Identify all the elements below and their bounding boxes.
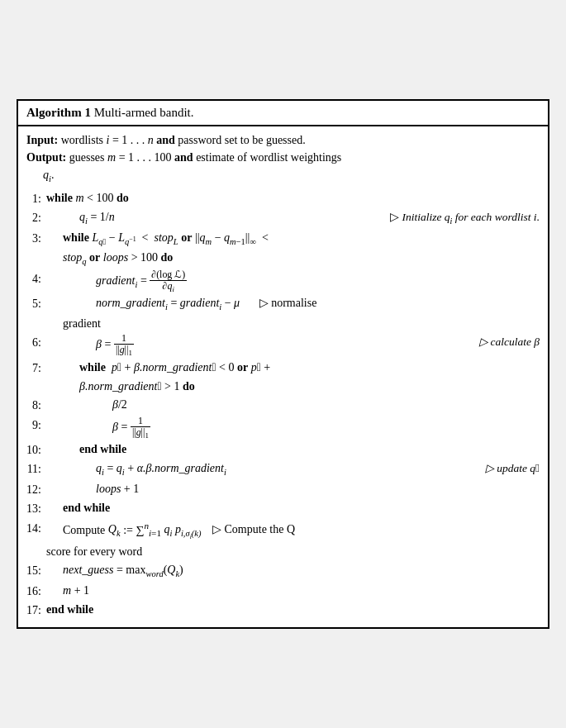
line-content-15: next_guess = maxword(Qk) xyxy=(46,561,540,582)
output-continuation: qi. xyxy=(26,166,540,186)
line-num-5b xyxy=(26,315,46,316)
line-num-16: 16: xyxy=(26,582,46,601)
line-num-14b xyxy=(26,543,46,544)
line-num-14: 14: xyxy=(26,519,46,538)
line-7: 7: while p⃗ + β.norm_gradient⃗ < 0 or p⃗… xyxy=(26,359,540,378)
line-16: 16: m + 1 xyxy=(26,582,540,601)
line-3: 3: while Lq⃗ − Lq−1 < stopL or ||qm − qm… xyxy=(26,229,540,250)
algorithm-header: Algorithm 1 Multi-armed bandit. xyxy=(18,101,548,126)
line-content-14: Compute Qk := ∑ni=1 qi pi,σi(k) ▷ Comput… xyxy=(46,519,540,543)
line-content-14b: score for every word xyxy=(46,543,540,561)
line-num-10: 10: xyxy=(26,440,46,459)
line-12: 12: loops + 1 xyxy=(26,480,540,499)
line-num-13: 13: xyxy=(26,499,46,518)
algorithm-body: Input: wordlists i = 1 . . . n and passw… xyxy=(18,126,548,626)
line-num-12: 12: xyxy=(26,480,46,499)
line-num-17: 17: xyxy=(26,601,46,620)
line-content-4: gradienti = ∂(log ℒ) ∂qi xyxy=(46,269,540,294)
line-content-7: while p⃗ + β.norm_gradient⃗ < 0 or p⃗ + xyxy=(46,359,540,377)
line-content-17: end while xyxy=(46,601,540,619)
line-content-6: β = 1 ||g||1 ▷ calculate β xyxy=(46,333,540,358)
line-5b: gradient xyxy=(26,315,540,333)
fraction-9: 1 ||g||1 xyxy=(131,416,150,440)
line-content-7b: β.norm_gradient⃗ > 1 do xyxy=(46,378,540,396)
input-label: Input: xyxy=(26,134,58,146)
line-num-11: 11: xyxy=(26,459,46,478)
comment-2: ▷ Initialize qi for each wordlist i. xyxy=(390,208,540,228)
line-num-8: 8: xyxy=(26,396,46,415)
line-10: 10: end while xyxy=(26,440,540,459)
line-num-2: 2: xyxy=(26,208,46,227)
line-content-16: m + 1 xyxy=(46,582,540,600)
line-content-11: qi = qi + α.β.norm_gradienti ▷ update q⃗ xyxy=(46,459,540,480)
line-num-1: 1: xyxy=(26,189,46,208)
input-text: wordlists i = 1 . . . n and password set… xyxy=(61,134,306,146)
line-8: 8: β/2 xyxy=(26,396,540,415)
line-num-4: 4: xyxy=(26,269,46,288)
line-13: 13: end while xyxy=(26,499,540,518)
algorithm-box: Algorithm 1 Multi-armed bandit. Input: w… xyxy=(17,99,549,628)
line-2: 2: qi = 1/n ▷ Initialize qi for each wor… xyxy=(26,208,540,229)
algorithm-lines: 1: while m < 100 do 2: qi = 1/n ▷ Initia… xyxy=(26,189,540,621)
line-17: 17: end while xyxy=(26,601,540,620)
line-content-3b: stopq or loops > 100 do xyxy=(46,249,540,269)
line-1: 1: while m < 100 do xyxy=(26,189,540,208)
line-4: 4: gradienti = ∂(log ℒ) ∂qi xyxy=(26,269,540,294)
fraction-6: 1 ||g||1 xyxy=(114,333,134,358)
line-11: 11: qi = qi + α.β.norm_gradienti ▷ updat… xyxy=(26,459,540,480)
algorithm-label: Algorithm 1 xyxy=(26,106,91,119)
line-content-5: norm_gradienti = gradienti − μ ▷ normali… xyxy=(46,294,540,315)
line-content-2: qi = 1/n ▷ Initialize qi for each wordli… xyxy=(46,208,540,229)
line-content-5b: gradient xyxy=(46,315,540,333)
line-5: 5: norm_gradienti = gradienti − μ ▷ norm… xyxy=(26,294,540,315)
line-num-5: 5: xyxy=(26,294,46,313)
line-num-15: 15: xyxy=(26,561,46,580)
line-15: 15: next_guess = maxword(Qk) xyxy=(26,561,540,582)
comment-11: ▷ update q⃗ xyxy=(485,459,540,478)
line-content-3: while Lq⃗ − Lq−1 < stopL or ||qm − qm−1|… xyxy=(46,229,540,250)
output-label: Output: xyxy=(26,151,66,164)
line-14: 14: Compute Qk := ∑ni=1 qi pi,σi(k) ▷ Co… xyxy=(26,519,540,543)
output-line: Output: guesses m = 1 . . . 100 and esti… xyxy=(26,149,540,166)
line-content-10: end while xyxy=(46,440,540,459)
line-9: 9: β = 1 ||g||1 xyxy=(26,416,540,440)
fraction-4: ∂(log ℒ) ∂qi xyxy=(150,269,187,294)
line-num-9: 9: xyxy=(26,416,46,435)
line-num-7b xyxy=(26,378,46,378)
line-num-7: 7: xyxy=(26,359,46,378)
output-text: guesses m = 1 . . . 100 and estimate of … xyxy=(69,151,342,164)
line-content-1: while m < 100 do xyxy=(46,189,540,207)
input-line: Input: wordlists i = 1 . . . n and passw… xyxy=(26,131,540,149)
line-content-9: β = 1 ||g||1 xyxy=(46,416,540,440)
line-6: 6: β = 1 ||g||1 ▷ calculate β xyxy=(26,333,540,358)
algorithm-title: Multi-armed bandit. xyxy=(94,106,194,119)
line-num-3: 3: xyxy=(26,229,46,248)
line-content-8: β/2 xyxy=(46,396,540,414)
line-content-13: end while xyxy=(46,499,540,517)
line-14b: score for every word xyxy=(26,543,540,561)
line-7b: β.norm_gradient⃗ > 1 do xyxy=(26,378,540,396)
line-content-12: loops + 1 xyxy=(46,480,540,498)
line-num-6: 6: xyxy=(26,333,46,352)
comment-6: ▷ calculate β xyxy=(479,333,540,351)
line-num-3b xyxy=(26,249,46,250)
line-3b: stopq or loops > 100 do xyxy=(26,249,540,269)
